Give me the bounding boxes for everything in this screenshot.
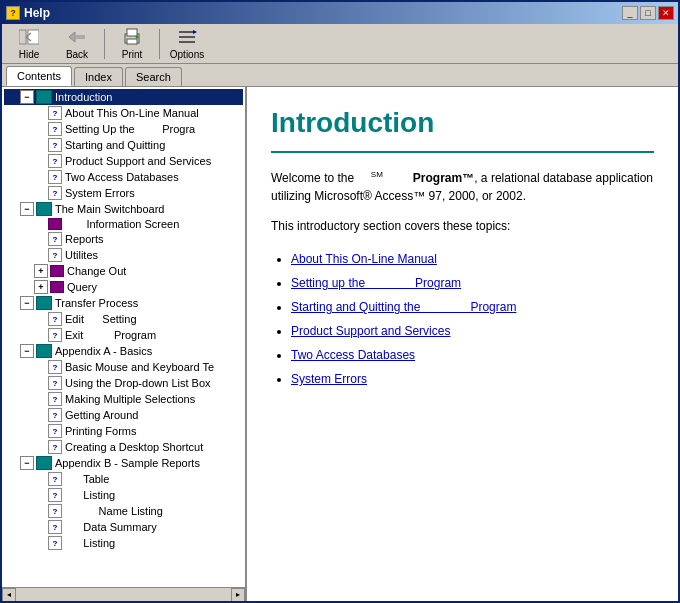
tree-item-utilities[interactable]: ? Utilites [4,247,243,263]
page-icon-listing1: ? [48,488,62,502]
tree-item-multisel[interactable]: ? Making Multiple Selections [4,391,243,407]
tree-item-support[interactable]: ? Product Support and Services [4,153,243,169]
tree-item-switchboard[interactable]: − The Main Switchboard [4,201,243,217]
tree-item-changeout[interactable]: + Change Out [4,263,243,279]
tab-area: Contents Index Search [2,64,678,86]
tree-item-getaround[interactable]: ? Getting Around [4,407,243,423]
tree-label-exit: Exit Program [65,329,156,341]
link-starting[interactable]: Starting and Quitting the Program [291,300,516,314]
tree-hscroll[interactable]: ◂ ▸ [2,587,245,601]
folder-icon-appendixb [36,456,52,470]
expand-changeout[interactable]: + [34,264,48,278]
options-button[interactable]: Options [164,26,210,62]
tree-item-listing2[interactable]: ? Listing [4,535,243,551]
tree-item-table[interactable]: ? Table [4,471,243,487]
back-icon [67,27,87,47]
tab-contents[interactable]: Contents [6,66,72,86]
window-icon: ? [6,6,20,20]
page-icon-utilities: ? [48,248,62,262]
svg-rect-8 [127,39,137,44]
help-window: ? Help _ □ ✕ Hide [0,0,680,603]
book-icon-query [50,281,64,293]
page-icon-multisel: ? [48,392,62,406]
link-setup[interactable]: Setting up the Program [291,276,461,290]
tree-item-query[interactable]: + Query [4,279,243,295]
expand-switchboard[interactable]: − [20,202,34,216]
separator-2 [159,29,160,59]
tree-item-namelisting[interactable]: ? Name Listing [4,503,243,519]
tree-label-appendixb: Appendix B - Sample Reports [55,457,200,469]
book-icon-infoscreen [48,218,62,230]
title-bar: ? Help _ □ ✕ [2,2,678,24]
tree-item-datasummary[interactable]: ? Data Summary [4,519,243,535]
tree-item-edit[interactable]: ? Edit Setting [4,311,243,327]
tree-item-syserr[interactable]: ? System Errors [4,185,243,201]
svg-rect-0 [19,30,26,44]
link-errors[interactable]: System Errors [291,372,367,386]
link-twodb[interactable]: Two Access Databases [291,348,415,362]
tree-item-exit[interactable]: ? Exit Program [4,327,243,343]
expand-transfer[interactable]: − [20,296,34,310]
tree-item-appendixa[interactable]: − Appendix A - Basics [4,343,243,359]
scroll-track[interactable] [16,588,231,601]
tree-item-mouse[interactable]: ? Basic Mouse and Keyboard Te [4,359,243,375]
tree-label-switchboard: The Main Switchboard [55,203,164,215]
link-support[interactable]: Product Support and Services [291,324,450,338]
tree-label-datasummary: Data Summary [65,521,157,533]
minimize-button[interactable]: _ [622,6,638,20]
svg-rect-5 [75,35,85,39]
page-icon-reports: ? [48,232,62,246]
tree-item-appendixb[interactable]: − Appendix B - Sample Reports [4,455,243,471]
back-label: Back [66,49,88,60]
tree-item-about[interactable]: ? About This On-Line Manual [4,105,243,121]
close-button[interactable]: ✕ [658,6,674,20]
tab-search[interactable]: Search [125,67,182,86]
link-about[interactable]: About This On-Line Manual [291,252,437,266]
print-button[interactable]: Print [109,26,155,62]
expand-query[interactable]: + [34,280,48,294]
expand-appendixb[interactable]: − [20,456,34,470]
tree-item-transfer[interactable]: − Transfer Process [4,295,243,311]
hide-button[interactable]: Hide [6,26,52,62]
expand-introduction[interactable]: − [20,90,34,104]
tree-item-introduction[interactable]: − Introduction [4,89,243,105]
page-icon-table: ? [48,472,62,486]
tree-item-listing1[interactable]: ? Listing [4,487,243,503]
tree-label-about: About This On-Line Manual [65,107,199,119]
tree-item-reports[interactable]: ? Reports [4,231,243,247]
tree-label-starting: Starting and Quitting [65,139,165,151]
print-icon [122,27,142,47]
svg-rect-11 [179,36,195,38]
tree-scroll[interactable]: − Introduction ? About This On-Line Manu… [2,87,245,587]
title-divider [271,151,654,153]
page-icon-setup: ? [48,122,62,136]
tree-item-infoscreen[interactable]: Information Screen [4,217,243,231]
tree-label-introduction: Introduction [55,91,112,103]
tree-label-mouse: Basic Mouse and Keyboard Te [65,361,214,373]
tree-label-getaround: Getting Around [65,409,138,421]
scroll-right-btn[interactable]: ▸ [231,588,245,602]
scroll-left-btn[interactable]: ◂ [2,588,16,602]
list-item-errors: System Errors [291,367,654,391]
tree-item-starting[interactable]: ? Starting and Quitting [4,137,243,153]
tree-label-edit: Edit Setting [65,313,137,325]
tree-label-infoscreen: Information Screen [65,218,179,230]
tree-label-query: Query [67,281,97,293]
expand-appendixa[interactable]: − [20,344,34,358]
tree-item-twodb[interactable]: ? Two Access Databases [4,169,243,185]
folder-icon-introduction [36,90,52,104]
tree-label-listing1: Listing [65,489,115,501]
page-icon-getaround: ? [48,408,62,422]
tree-item-setup[interactable]: ? Setting Up the Progra [4,121,243,137]
tree-item-shortcut[interactable]: ? Creating a Desktop Shortcut [4,439,243,455]
content-scroll[interactable]: Introduction Welcome to the SM Program™,… [247,87,678,601]
tree-label-twodb: Two Access Databases [65,171,179,183]
tree-item-printing[interactable]: ? Printing Forms [4,423,243,439]
tree-item-dropdown[interactable]: ? Using the Drop-down List Box [4,375,243,391]
folder-icon-appendixa [36,344,52,358]
maximize-button[interactable]: □ [640,6,656,20]
back-button[interactable]: Back [54,26,100,62]
tab-index[interactable]: Index [74,67,123,86]
page-icon-syserr: ? [48,186,62,200]
page-icon-about: ? [48,106,62,120]
